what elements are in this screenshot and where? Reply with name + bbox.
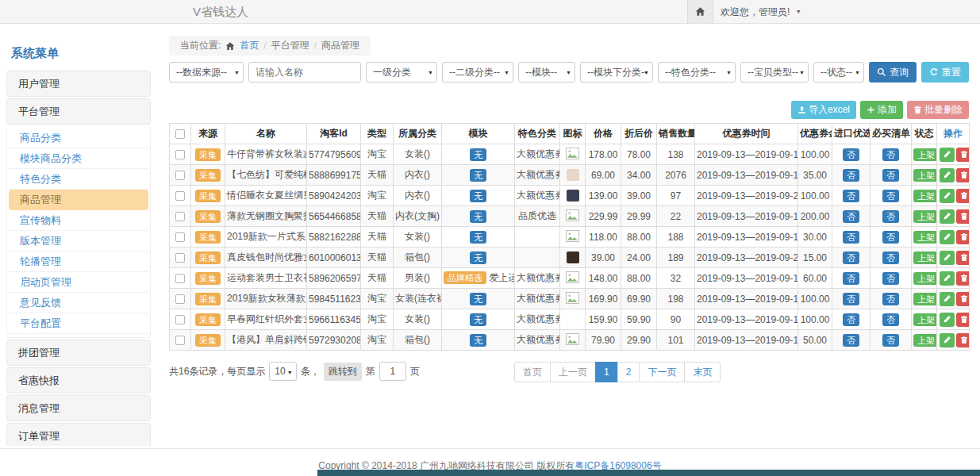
delete-button[interactable]	[956, 148, 970, 162]
must-buy-badge[interactable]: 否	[882, 231, 899, 244]
page-number-input[interactable]	[379, 362, 406, 381]
delete-button[interactable]	[956, 251, 970, 265]
sidebar-item-平台配置[interactable]: 平台配置	[9, 313, 148, 334]
status-badge[interactable]: 上架	[913, 231, 937, 244]
must-buy-badge[interactable]: 否	[882, 169, 899, 182]
delete-button[interactable]	[956, 333, 970, 347]
import-select-badge[interactable]: 否	[843, 313, 859, 326]
add-button[interactable]: 添加	[860, 101, 903, 119]
delete-button[interactable]	[956, 313, 970, 327]
must-buy-badge[interactable]: 否	[882, 251, 899, 264]
status-badge[interactable]: 上架	[913, 251, 937, 264]
filter-select-6[interactable]: --宝贝类型--▼	[740, 62, 809, 83]
edit-button[interactable]	[940, 230, 955, 244]
per-page-select[interactable]: 10 ▼	[269, 362, 296, 381]
sidebar-group-拼团管理[interactable]: 拼团管理	[6, 340, 151, 366]
import-select-badge[interactable]: 否	[843, 190, 859, 202]
row-checkbox[interactable]	[175, 212, 185, 221]
status-badge[interactable]: 上架	[913, 210, 937, 223]
pager-末页[interactable]: 末页	[684, 362, 721, 382]
edit-button[interactable]	[940, 333, 955, 347]
sidebar-item-意见反馈[interactable]: 意见反馈	[9, 293, 148, 313]
status-badge[interactable]: 上架	[913, 293, 937, 305]
row-checkbox[interactable]	[175, 336, 185, 345]
filter-select-2[interactable]: --二级分类--▼	[442, 62, 513, 83]
row-checkbox[interactable]	[175, 232, 185, 242]
batch-delete-button[interactable]: 批量删除	[907, 101, 969, 119]
sidebar-group-用户管理[interactable]: 用户管理	[6, 71, 151, 97]
row-checkbox[interactable]	[175, 253, 185, 263]
import-select-badge[interactable]: 否	[843, 251, 859, 264]
must-buy-badge[interactable]: 否	[882, 272, 899, 285]
import-select-badge[interactable]: 否	[843, 148, 859, 161]
edit-button[interactable]	[940, 251, 955, 265]
must-buy-badge[interactable]: 否	[882, 210, 899, 223]
row-checkbox[interactable]	[175, 274, 185, 283]
sidebar-item-轮播管理[interactable]: 轮播管理	[9, 251, 148, 272]
edit-button[interactable]	[940, 209, 955, 224]
pager-2[interactable]: 2	[617, 362, 640, 382]
pager-首页[interactable]: 首页	[514, 362, 551, 382]
edit-button[interactable]	[940, 189, 955, 203]
import-select-badge[interactable]: 否	[843, 272, 859, 285]
pager-1[interactable]: 1	[595, 362, 618, 382]
delete-button[interactable]	[956, 292, 970, 306]
must-buy-badge[interactable]: 否	[882, 190, 899, 202]
sidebar-group-省惠快报[interactable]: 省惠快报	[6, 367, 151, 393]
delete-button[interactable]	[956, 271, 970, 286]
edit-button[interactable]	[940, 313, 955, 327]
breadcrumb-home-link[interactable]: 首页	[240, 39, 259, 52]
import-select-badge[interactable]: 否	[843, 210, 859, 223]
edit-button[interactable]	[940, 168, 955, 182]
home-button[interactable]	[687, 0, 713, 23]
status-badge[interactable]: 上架	[913, 169, 937, 182]
import-select-badge[interactable]: 否	[843, 293, 859, 305]
pager-下一页[interactable]: 下一页	[639, 362, 685, 382]
sidebar-item-特色分类[interactable]: 特色分类	[9, 169, 148, 190]
row-checkbox[interactable]	[175, 315, 185, 324]
sidebar-group-平台管理[interactable]: 平台管理	[6, 98, 151, 125]
filter-select-5[interactable]: --特色分类--▼	[658, 62, 736, 83]
must-buy-badge[interactable]: 否	[882, 293, 899, 305]
reset-button[interactable]: 重置	[921, 62, 969, 83]
filter-select-0[interactable]: --数据来源--▼	[169, 62, 244, 83]
filter-select-1[interactable]: 一级分类▼	[366, 62, 437, 83]
import-excel-button[interactable]: 导入excel	[791, 101, 856, 119]
sidebar-item-商品管理[interactable]: 商品管理	[9, 190, 148, 210]
select-all-checkbox[interactable]	[175, 129, 185, 139]
must-buy-badge[interactable]: 否	[882, 313, 899, 326]
user-menu[interactable]: 欢迎您，管理员! ▼	[721, 0, 801, 24]
sidebar-item-宣传物料[interactable]: 宣传物料	[9, 210, 148, 231]
edit-button[interactable]	[940, 292, 955, 306]
status-badge[interactable]: 上架	[913, 334, 937, 347]
filter-select-3[interactable]: --模块--▼	[518, 62, 575, 83]
row-checkbox[interactable]	[175, 294, 185, 304]
sidebar-item-启动页管理[interactable]: 启动页管理	[9, 272, 148, 293]
delete-button[interactable]	[956, 168, 970, 182]
status-badge[interactable]: 上架	[913, 272, 937, 285]
status-badge[interactable]: 上架	[913, 190, 937, 202]
sidebar-item-版本管理[interactable]: 版本管理	[9, 231, 148, 251]
delete-button[interactable]	[956, 209, 970, 224]
import-select-badge[interactable]: 否	[843, 169, 859, 182]
import-select-badge[interactable]: 否	[843, 334, 859, 347]
jump-button[interactable]: 跳转到	[324, 363, 362, 381]
sidebar-item-模块商品分类[interactable]: 模块商品分类	[9, 148, 148, 169]
import-select-badge[interactable]: 否	[843, 231, 859, 244]
edit-button[interactable]	[940, 148, 955, 162]
status-badge[interactable]: 上架	[913, 148, 937, 161]
sidebar-group-订单管理[interactable]: 订单管理	[6, 423, 151, 446]
row-checkbox[interactable]	[175, 191, 185, 201]
must-buy-badge[interactable]: 否	[882, 148, 899, 161]
delete-button[interactable]	[956, 230, 970, 244]
must-buy-badge[interactable]: 否	[882, 334, 899, 347]
sidebar-group-消息管理[interactable]: 消息管理	[6, 395, 151, 421]
name-search-input[interactable]	[248, 62, 361, 83]
row-checkbox[interactable]	[175, 171, 185, 180]
edit-button[interactable]	[940, 271, 955, 286]
delete-button[interactable]	[956, 189, 970, 203]
status-badge[interactable]: 上架	[913, 313, 937, 326]
filter-select-4[interactable]: --模块下分类--▼	[580, 62, 653, 83]
sidebar-item-商品分类[interactable]: 商品分类	[9, 128, 148, 148]
query-button[interactable]: 查询	[869, 62, 917, 83]
